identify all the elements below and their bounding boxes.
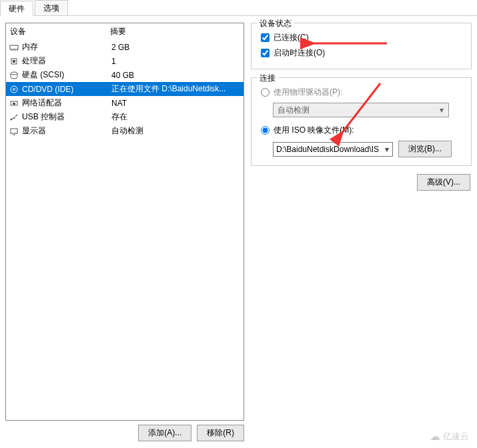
device-row[interactable]: 处理器1: [6, 54, 244, 68]
iso-file-input[interactable]: [273, 142, 393, 157]
connected-label: 已连接(C): [274, 32, 309, 43]
iso-file-radio[interactable]: [261, 126, 270, 135]
connection-title: 连接: [257, 73, 278, 84]
add-button[interactable]: 添加(A)...: [138, 425, 191, 441]
svg-point-14: [16, 115, 17, 116]
device-summary: NAT: [111, 99, 241, 108]
device-name: USB 控制器: [22, 111, 109, 123]
advanced-button[interactable]: 高级(V)...: [417, 174, 470, 191]
tabs-bar: 硬件 选项: [0, 0, 477, 16]
device-summary: 40 GB: [111, 71, 241, 80]
device-summary: 1: [111, 57, 241, 66]
physical-drive-dropdown-wrap: [273, 103, 463, 117]
svg-rect-16: [11, 129, 17, 133]
connected-checkbox[interactable]: [261, 33, 270, 42]
svg-point-8: [11, 86, 17, 93]
header-device: 设备: [10, 26, 110, 37]
device-buttons: 添加(A)... 移除(R): [5, 421, 244, 443]
connect-on-power-checkbox[interactable]: [261, 49, 270, 57]
physical-drive-dropdown: [273, 103, 449, 117]
browse-button[interactable]: 浏览(B)...: [398, 141, 452, 157]
device-name: CD/DVD (IDE): [22, 85, 109, 94]
svg-line-15: [13, 118, 15, 119]
svg-rect-6: [13, 60, 15, 63]
memory-icon: [9, 43, 19, 52]
device-summary: 正在使用文件 D:\BaiduNetdisk...: [111, 83, 241, 95]
physical-drive-row[interactable]: 使用物理驱动器(P):: [260, 85, 463, 100]
right-panel: 设备状态 已连接(C) 启动时连接(O) 连接 使用物理驱动器(P):: [251, 23, 472, 443]
watermark-text: 亿速云: [443, 431, 469, 443]
header-summary: 摘要: [110, 26, 240, 37]
device-summary: 存在: [111, 111, 241, 123]
display-icon: [9, 127, 19, 136]
svg-rect-0: [10, 45, 18, 49]
main-content: 设备 摘要 内存2 GB处理器1硬盘 (SCSI)40 GBCD/DVD (ID…: [0, 16, 477, 448]
svg-point-7: [11, 72, 17, 75]
device-row[interactable]: 显示器自动检测: [6, 124, 244, 138]
usb-icon: [9, 113, 19, 122]
device-status-title: 设备状态: [257, 18, 294, 29]
svg-line-13: [11, 115, 17, 119]
cd-icon: [9, 85, 19, 94]
device-name: 显示器: [22, 125, 109, 137]
iso-file-label: 使用 ISO 映像文件(M):: [274, 125, 354, 136]
device-name: 处理器: [22, 55, 109, 67]
physical-drive-label: 使用物理驱动器(P):: [274, 87, 342, 98]
device-name: 网络适配器: [22, 97, 109, 109]
watermark: ☁ 亿速云: [430, 430, 469, 443]
device-summary: 自动检测: [111, 125, 241, 137]
disk-icon: [9, 71, 19, 80]
cpu-icon: [9, 57, 19, 66]
device-row[interactable]: USB 控制器存在: [6, 110, 244, 124]
svg-rect-11: [13, 103, 15, 105]
device-row[interactable]: CD/DVD (IDE)正在使用文件 D:\BaiduNetdisk...: [6, 82, 244, 96]
left-panel: 设备 摘要 内存2 GB处理器1硬盘 (SCSI)40 GBCD/DVD (ID…: [5, 23, 244, 443]
svg-point-9: [13, 88, 15, 90]
device-row[interactable]: 硬盘 (SCSI)40 GB: [6, 68, 244, 82]
device-row[interactable]: 网络适配器NAT: [6, 96, 244, 110]
device-name: 硬盘 (SCSI): [22, 69, 109, 81]
device-list-header: 设备 摘要: [6, 23, 244, 40]
device-status-group: 设备状态 已连接(C) 启动时连接(O): [251, 23, 472, 69]
device-summary: 2 GB: [111, 43, 241, 52]
connection-group: 连接 使用物理驱动器(P): 使用 ISO 映像文件(M): 浏览(B)...: [251, 77, 472, 166]
remove-button[interactable]: 移除(R): [197, 425, 244, 441]
connect-on-power-row[interactable]: 启动时连接(O): [260, 45, 463, 61]
nic-icon: [9, 99, 19, 108]
connected-checkbox-row[interactable]: 已连接(C): [260, 30, 463, 45]
cloud-icon: ☁: [430, 430, 440, 443]
physical-drive-radio[interactable]: [261, 88, 270, 97]
device-name: 内存: [22, 41, 109, 53]
tab-options[interactable]: 选项: [35, 0, 68, 15]
connect-on-power-label: 启动时连接(O): [274, 47, 325, 59]
tab-hardware[interactable]: 硬件: [0, 1, 33, 16]
iso-file-input-row: 浏览(B)...: [273, 141, 463, 157]
advanced-row: 高级(V)...: [251, 174, 472, 191]
device-list: 设备 摘要 内存2 GB处理器1硬盘 (SCSI)40 GBCD/DVD (ID…: [5, 23, 244, 421]
device-row[interactable]: 内存2 GB: [6, 40, 244, 54]
iso-file-row[interactable]: 使用 ISO 映像文件(M):: [260, 123, 463, 138]
